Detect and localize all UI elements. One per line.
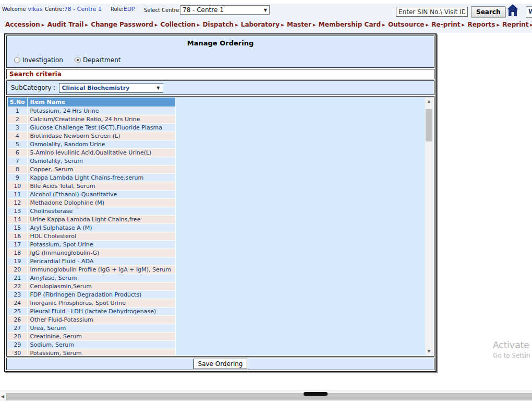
table-row[interactable]: 17Potassium, Spot Urine	[8, 240, 175, 249]
menu-item-label: Audit Trail	[47, 21, 84, 28]
table-row[interactable]: 4Biotinidase Newborn Screen (L)	[8, 132, 175, 140]
table-row[interactable]: 18IgG (Immunoglobulin-G)	[8, 249, 175, 257]
table-row[interactable]: 65-Amino levulinic Acid,Qualitative Urin…	[8, 148, 175, 157]
menu-item-laboratory[interactable]: Laboratory▶	[241, 21, 284, 31]
cell-item-name: Pericardial Fluid - ADA	[27, 257, 175, 265]
item-list-section: S.No Item Name 1Potassium, 24 Hrs Urine2…	[6, 96, 434, 357]
cell-sno: 13	[8, 207, 27, 215]
table-row[interactable]: 1Potassium, 24 Hrs Urine	[8, 107, 175, 115]
menu-item-master[interactable]: Master▶	[287, 21, 316, 31]
menu-item-membership-card[interactable]: Membership Card▶	[319, 21, 385, 31]
chevron-down-icon: ▼	[264, 8, 267, 13]
menu-caret-icon: ▶	[235, 23, 238, 27]
cell-sno: 23	[8, 290, 27, 299]
radio-selected-icon[interactable]	[75, 57, 81, 63]
table-row[interactable]: 9Kappa Lambda Light Chains-free,serum	[8, 173, 175, 182]
search-criteria-label: Search criteria	[7, 69, 434, 78]
radio-option-department[interactable]: Department	[75, 56, 121, 64]
radio-option-investigation[interactable]: Investigation	[14, 56, 63, 64]
cell-item-name: Urea, Serum	[27, 324, 175, 332]
menu-item-reports[interactable]: Reports▶	[467, 21, 499, 31]
table-row[interactable]: 13Cholinesterase	[8, 207, 175, 215]
menu-item-outsource[interactable]: Outsource▶	[388, 21, 429, 31]
cell-item-name: Pleural Fluid - LDH (lactate Dehydrogena…	[27, 307, 175, 315]
cell-sno: 10	[8, 182, 27, 190]
menu-item-reprint[interactable]: Reprint▶	[502, 21, 532, 31]
centre-label: Centre:	[45, 6, 64, 12]
cell-item-name: Osmolality, Random Urine	[27, 140, 175, 148]
menu-item-change-password[interactable]: Change Password▶	[91, 21, 158, 31]
sin-visit-id-input[interactable]	[396, 7, 468, 17]
table-row[interactable]: 8Copper, Serum	[8, 165, 175, 173]
menu-caret-icon: ▶	[497, 23, 499, 27]
table-row[interactable]: 29Sodium, Serum	[8, 340, 175, 349]
welcome-text: Welcome vikas	[2, 6, 42, 13]
menu-caret-icon: ▶	[462, 23, 465, 27]
scroll-up-icon[interactable]: ▲	[425, 98, 433, 105]
horizontal-scroll-track[interactable]	[6, 393, 532, 400]
table-row[interactable]: 12Methadone Dolophine (M)	[8, 198, 175, 207]
menu-item-accession[interactable]: Accession▶	[5, 21, 44, 31]
menu-item-label: Laboratory	[241, 21, 280, 28]
scroll-down-icon[interactable]: ▼	[425, 348, 433, 355]
horizontal-scroll-thumb[interactable]	[304, 392, 328, 396]
table-row[interactable]: 3Glucose Challenge Test (GCT),Fluoride P…	[8, 123, 175, 132]
table-row[interactable]: 19Pericardial Fluid - ADA	[8, 257, 175, 265]
select-centre-dropdown[interactable]: 78 - Centre 1 ▼	[180, 5, 270, 15]
table-row[interactable]: 2Calcium/Creatinine Ratio, 24 hrs Urine	[8, 115, 175, 123]
menu-item-label: Dispatch	[203, 21, 234, 28]
cell-item-name: Methadone Dolophine (M)	[27, 198, 175, 207]
cell-item-name: Potassium, Serum	[27, 349, 175, 356]
table-row[interactable]: 30Potassium, Serum	[8, 349, 175, 356]
list-vertical-scrollbar[interactable]: ▲ ▼	[425, 98, 433, 355]
table-row[interactable]: 20Immunoglobulin Profile (IgG + IgA + Ig…	[8, 265, 175, 274]
cell-item-name: Sodium, Serum	[27, 340, 175, 349]
table-row[interactable]: 26Other Fluid-Potassium	[8, 315, 175, 324]
table-row[interactable]: 5Osmolality, Random Urine	[8, 140, 175, 148]
menu-item-label: Outsource	[388, 21, 425, 28]
table-row[interactable]: 22Ceruloplasmin,Serum	[8, 282, 175, 290]
table-row[interactable]: 14Urine Kappa Lambda Light Chains,free	[8, 215, 175, 223]
cell-item-name: Potassium, 24 Hrs Urine	[27, 107, 175, 115]
cell-sno: 17	[8, 240, 27, 249]
window-button[interactable]: W	[526, 6, 532, 18]
cell-item-name: Cholinesterase	[27, 207, 175, 215]
menu-item-audit-trail[interactable]: Audit Trail▶	[47, 21, 88, 31]
cell-item-name: Ceruloplasmin,Serum	[27, 282, 175, 290]
table-row[interactable]: 15Aryl Sulphatase A (M)	[8, 223, 175, 232]
radio-unselected-icon[interactable]	[14, 57, 20, 63]
item-list-area: S.No Item Name 1Potassium, 24 Hrs Urine2…	[7, 97, 433, 356]
table-row[interactable]: 28Creatinine, Serum	[8, 332, 175, 340]
table-row[interactable]: 7Osmolality, Serum	[8, 157, 175, 165]
table-row[interactable]: 11Alcohol (Ethanol)-Quantitative	[8, 190, 175, 198]
cell-item-name: 5-Amino levulinic Acid,Qualitative Urine…	[27, 148, 175, 157]
table-row[interactable]: 10Bile Acids Total, Serum	[8, 182, 175, 190]
vertical-scroll-thumb[interactable]	[426, 109, 432, 141]
cell-sno: 3	[8, 123, 27, 132]
horizontal-scrollbar[interactable]: ◀	[0, 391, 532, 401]
menu-item-re-print[interactable]: Re-print▶	[431, 21, 465, 31]
cell-sno: 24	[8, 299, 27, 307]
cell-sno: 28	[8, 332, 27, 340]
menu-item-collection[interactable]: Collection▶	[161, 21, 200, 31]
cell-sno: 27	[8, 324, 27, 332]
subcategory-dropdown[interactable]: Clinical Biochemistry ▼	[59, 83, 163, 93]
table-row[interactable]: 27Urea, Serum	[8, 324, 175, 332]
save-ordering-button[interactable]: Save Ordering	[194, 359, 248, 369]
home-icon[interactable]	[506, 4, 519, 17]
scroll-left-icon[interactable]: ◀	[1, 394, 4, 399]
table-row[interactable]: 16HDL Cholesterol	[8, 232, 175, 240]
cell-item-name: FDP (Fibrinogen Degradation Products)	[27, 290, 175, 299]
table-row[interactable]: 24Inorganic Phosphorus, Spot Urine	[8, 299, 175, 307]
table-row[interactable]: 21Amylase, Serum	[8, 274, 175, 282]
menu-item-label: Membership Card	[319, 21, 381, 28]
table-row[interactable]: 23FDP (Fibrinogen Degradation Products)	[8, 290, 175, 299]
search-button[interactable]: Search	[471, 6, 505, 17]
mode-radio-group: InvestigationDepartment	[14, 56, 121, 64]
menu-caret-icon: ▶	[155, 23, 158, 27]
windows-activation-watermark: Activate W Go to Settin	[493, 340, 532, 359]
save-ordering-section: Save Ordering	[6, 358, 434, 370]
menu-item-dispatch[interactable]: Dispatch▶	[203, 21, 238, 31]
table-row[interactable]: 25Pleural Fluid - LDH (lactate Dehydroge…	[8, 307, 175, 315]
cell-sno: 22	[8, 282, 27, 290]
